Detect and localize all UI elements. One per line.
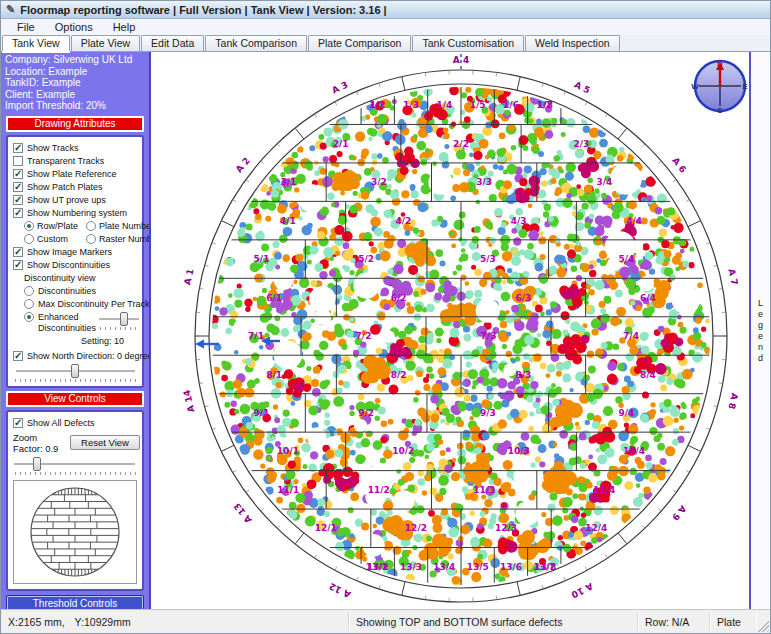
- checkbox[interactable]: [13, 169, 23, 179]
- threshold-controls-button[interactable]: Threshold Controls: [7, 596, 143, 610]
- svg-text:13/4: 13/4: [433, 562, 455, 572]
- slider-thumb[interactable]: [71, 364, 79, 378]
- status-bar: X:2165 mm, Y:10929mm Showing TOP and BOT…: [1, 609, 770, 633]
- svg-text:5/4: 5/4: [618, 254, 634, 264]
- check-show-ut-prove-ups[interactable]: Show UT prove ups: [13, 195, 140, 206]
- check-show-discontinuities[interactable]: Show Discontinuities: [13, 260, 140, 271]
- title-bar: ✎ Floormap reporting software | Full Ver…: [1, 1, 770, 19]
- checkbox[interactable]: [13, 418, 23, 428]
- tab-plate-view[interactable]: Plate View: [71, 35, 140, 51]
- svg-text:A 8: A 8: [726, 392, 739, 410]
- tank-minimap[interactable]: [13, 480, 137, 584]
- info-client: Client: Example: [5, 89, 145, 101]
- checkbox[interactable]: [13, 182, 23, 192]
- radio[interactable]: [24, 312, 34, 322]
- compass-west-label: W: [691, 82, 699, 91]
- checkbox[interactable]: [13, 156, 23, 166]
- svg-text:8/4: 8/4: [640, 370, 656, 380]
- reset-view-button[interactable]: Reset View: [70, 435, 140, 450]
- svg-text:6/1: 6/1: [266, 293, 282, 303]
- radio[interactable]: [86, 234, 96, 244]
- checkbox[interactable]: [13, 260, 23, 270]
- check-show-tracks[interactable]: Show Tracks: [13, 143, 140, 154]
- tab-tank-comparison[interactable]: Tank Comparison: [205, 35, 307, 51]
- checkbox[interactable]: [13, 208, 23, 218]
- view-controls-panel: Show All Defects Zoom Factor: 0.9 Reset …: [6, 410, 144, 591]
- radio-discontinuities[interactable]: Discontinuities: [24, 286, 140, 297]
- svg-text:11/1: 11/1: [277, 485, 299, 495]
- radio[interactable]: [86, 221, 96, 231]
- main-area: Company: Silverwing UK Ltd Location: Exa…: [1, 52, 770, 609]
- svg-text:7/3: 7/3: [481, 331, 497, 341]
- check-label: Transparent Tracks: [27, 156, 104, 167]
- check-show-numbering-system[interactable]: Show Numbering system: [13, 208, 140, 219]
- check-show-all-defects[interactable]: Show All Defects: [13, 418, 140, 429]
- svg-text:7/2: 7/2: [356, 331, 372, 341]
- checkbox[interactable]: [13, 195, 23, 205]
- tank-floor-map[interactable]: 1/11/21/31/41/51/61/71/82/12/22/33/13/23…: [151, 52, 749, 609]
- menu-file[interactable]: File: [7, 21, 45, 33]
- svg-text:5/3: 5/3: [480, 254, 496, 264]
- checkbox[interactable]: [13, 351, 23, 361]
- radio-enhanced-discontinuities[interactable]: Enhanced Discontinuities: [24, 312, 140, 334]
- check-transparent-tracks[interactable]: Transparent Tracks: [13, 156, 140, 167]
- minimap-drawing[interactable]: [27, 484, 123, 580]
- tab-tank-view[interactable]: Tank View: [2, 35, 70, 51]
- radio[interactable]: [24, 221, 34, 231]
- slider-thumb[interactable]: [33, 457, 41, 471]
- radio-label: Row/Plate: [37, 221, 78, 232]
- menu-help[interactable]: Help: [103, 21, 146, 33]
- checkbox[interactable]: [13, 247, 23, 257]
- slider-ticks: [15, 379, 138, 382]
- radio-raster-numbers[interactable]: Raster Numbers: [86, 234, 151, 245]
- svg-text:5/1: 5/1: [254, 254, 270, 264]
- svg-text:12/2: 12/2: [405, 523, 427, 533]
- radio[interactable]: [24, 234, 34, 244]
- check-show-image-markers[interactable]: Show Image Markers: [13, 247, 140, 258]
- svg-text:A 14: A 14: [182, 389, 197, 413]
- svg-text:2/1: 2/1: [333, 139, 349, 149]
- svg-text:4/2: 4/2: [395, 216, 411, 226]
- checkbox[interactable]: [13, 143, 23, 153]
- app-icon: ✎: [6, 3, 15, 16]
- radio-label: Custom: [37, 234, 68, 245]
- svg-text:1/6: 1/6: [503, 100, 519, 110]
- svg-text:10/4: 10/4: [623, 446, 645, 456]
- radio-row-plate[interactable]: Row/Plate: [24, 221, 84, 232]
- status-plate: Plate: [717, 616, 741, 628]
- zoom-factor-slider[interactable]: [13, 457, 136, 471]
- radio-plate-numbers[interactable]: Plate Numbers: [86, 221, 151, 232]
- svg-text:A 13: A 13: [232, 501, 254, 525]
- menu-options[interactable]: Options: [45, 21, 103, 33]
- tab-weld-inspection[interactable]: Weld Inspection: [525, 35, 620, 51]
- tab-plate-comparison[interactable]: Plate Comparison: [308, 35, 411, 51]
- check-show-plate-reference[interactable]: Show Plate Reference: [13, 169, 140, 180]
- svg-text:3/2: 3/2: [371, 177, 387, 187]
- status-coord-y: Y:10929mm: [75, 616, 131, 628]
- zoom-factor-label: Zoom Factor: 0.9: [13, 432, 66, 454]
- radio[interactable]: [24, 299, 34, 309]
- svg-text:7/4: 7/4: [623, 331, 639, 341]
- resize-grip[interactable]: [756, 619, 769, 632]
- slider-thumb[interactable]: [120, 312, 128, 326]
- legend-panel-collapsed[interactable]: Legend: [749, 52, 770, 609]
- check-label: Show Numbering system: [27, 208, 127, 219]
- svg-text:11/4: 11/4: [593, 485, 615, 495]
- check-show-patch-plates[interactable]: Show Patch Plates: [13, 182, 140, 193]
- tab-edit-data[interactable]: Edit Data: [141, 35, 204, 51]
- radio-custom[interactable]: Custom: [24, 234, 84, 245]
- north-direction-slider[interactable]: [15, 364, 136, 378]
- radio-max-discontinuity[interactable]: Max Discontinuity Per Track: [24, 299, 140, 310]
- check-show-north-direction[interactable]: Show North Direction: 0 degrees: [13, 351, 140, 362]
- svg-text:13/5: 13/5: [467, 562, 489, 572]
- check-label: Show North Direction: 0 degrees: [27, 351, 151, 362]
- tab-tank-customisation[interactable]: Tank Customisation: [412, 35, 524, 51]
- enhanced-setting-slider[interactable]: [98, 312, 140, 326]
- window-title: Floormap reporting software | Full Versi…: [20, 4, 386, 16]
- svg-text:A 3: A 3: [330, 80, 349, 96]
- svg-text:4/3: 4/3: [511, 216, 527, 226]
- tank-map-canvas[interactable]: 1/11/21/31/41/51/61/71/82/12/22/33/13/23…: [151, 52, 749, 609]
- radio-label: Discontinuities: [38, 286, 96, 297]
- drawing-attributes-panel: Show Tracks Transparent Tracks Show Plat…: [6, 135, 144, 388]
- radio[interactable]: [24, 286, 34, 296]
